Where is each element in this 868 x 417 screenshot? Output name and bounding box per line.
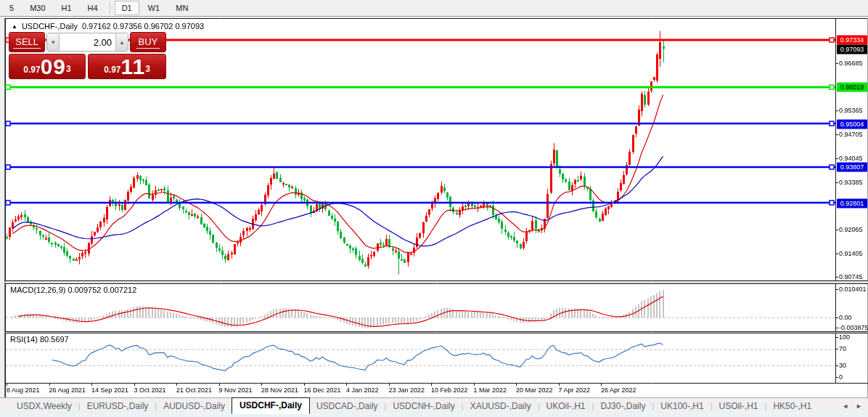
- chart-tab-uk100-[interactable]: UK100-,H1: [654, 399, 710, 413]
- volume-increase-button[interactable]: ▲: [115, 33, 128, 51]
- volume-stepper: ▼ ▲: [46, 33, 128, 52]
- arrow-up-icon: ▲: [119, 39, 125, 46]
- timeframe-button-h4[interactable]: H4: [81, 1, 105, 15]
- arrow-down-icon: ▼: [50, 39, 56, 46]
- ask-price-box[interactable]: 0.97113: [88, 54, 166, 79]
- axis-tick-label: 0.94045: [839, 155, 863, 162]
- axis-tick-label: 0.010401: [839, 286, 867, 293]
- date-label: 4 Jan 2022: [346, 386, 379, 394]
- date-label: 7 Apr 2022: [559, 386, 591, 394]
- axis-tick-label: 0.93385: [839, 179, 863, 186]
- date-label: 3 Oct 2021: [134, 386, 166, 394]
- date-label: 16 Dec 2021: [304, 386, 341, 394]
- axis-tick-label: 0.92065: [839, 226, 863, 233]
- trade-price-row: 0.97093 0.97113: [9, 52, 166, 79]
- date-label: 26 Apr 2022: [601, 386, 636, 394]
- bottom-strip: [0, 414, 868, 417]
- timeframe-toolbar: 5M30H1H4D1W1MN: [0, 0, 868, 17]
- axis-tick-label: 30: [839, 362, 846, 369]
- axis-tick-label: -0.003875: [839, 324, 868, 331]
- timeframe-button-w1[interactable]: W1: [141, 1, 168, 15]
- axis-tick-label: 0.90745: [839, 273, 863, 280]
- date-label: 8 Aug 2021: [7, 386, 40, 394]
- ask-price-sup: 3: [145, 54, 150, 84]
- axis-tick-label: 0.91405: [839, 250, 863, 257]
- bid-price-box[interactable]: 0.97093: [9, 54, 86, 79]
- price-badge: 0.97334: [837, 36, 867, 45]
- chart-tab-ukoil-[interactable]: UKOil-,H1: [540, 399, 592, 413]
- price-badge: 0.92801: [837, 199, 867, 208]
- trade-top-row: SELL ▼ ▲ BUY: [9, 32, 166, 52]
- date-label: 26 Aug 2021: [49, 386, 86, 394]
- chart-tab-audusd-[interactable]: AUDUSD-,Daily: [157, 399, 232, 413]
- buy-button[interactable]: BUY: [130, 32, 166, 52]
- tabs-scroll-left-button[interactable]: ◄: [842, 402, 848, 410]
- toolbar-separator: [110, 2, 110, 14]
- tab-scroll-buttons: ◄►: [842, 402, 868, 410]
- sell-button-label: SELL: [13, 36, 41, 49]
- timeframe-button-5[interactable]: 5: [2, 1, 21, 15]
- axis-tick-label: 0.00: [839, 314, 852, 321]
- date-label: 1 Mar 2022: [474, 386, 507, 394]
- ask-price-prefix: 0.97: [104, 62, 120, 78]
- axis-tick-label: 0: [839, 373, 843, 381]
- axis-tick-label: 100: [839, 333, 850, 341]
- one-click-trade-panel: SELL ▼ ▲ BUY 0.97093 0.97113: [9, 32, 166, 79]
- timeframe-button-mn[interactable]: MN: [168, 1, 195, 15]
- mt4-window: 5M30H1H4D1W1MN ▲ USDCHF-,Daily 0.97162 0…: [0, 0, 868, 417]
- axis-tick-label: 0.96685: [839, 60, 863, 67]
- date-label: 20 Mar 2022: [516, 386, 553, 394]
- volume-decrease-button[interactable]: ▼: [47, 33, 60, 51]
- chart-tab-usdx[interactable]: USDX,Weekly: [10, 399, 78, 413]
- chart-header: ▲ USDCHF-,Daily 0.97162 0.97356 0.96702 …: [12, 22, 204, 31]
- price-badge: 0.96019: [837, 83, 867, 92]
- chart-tab-dj30-[interactable]: DJ30-,Daily: [594, 399, 652, 413]
- chart-tab-usdcnh-[interactable]: USDCNH-,Daily: [386, 399, 461, 413]
- chart-tab-usoil-[interactable]: USOil-,H1: [713, 399, 765, 413]
- chart-tab-hk50-[interactable]: HK50-,H1: [766, 399, 818, 413]
- tabs-scroll-right-button[interactable]: ►: [856, 402, 862, 410]
- chart-tab-usdcad-[interactable]: USDCAD-,Daily: [310, 399, 385, 413]
- axis-tick-label: 0.95365: [839, 107, 863, 114]
- chart-tab-usdchf-[interactable]: USDCHF-,Daily: [232, 397, 310, 414]
- sell-button[interactable]: SELL: [9, 32, 45, 52]
- axis-tick-label: 70: [839, 345, 846, 352]
- volume-input[interactable]: [60, 33, 115, 51]
- bid-price-big: 09: [41, 56, 66, 78]
- timeframe-button-h1[interactable]: H1: [54, 1, 79, 15]
- price-badge: 0.93807: [837, 163, 867, 172]
- date-label: 23 Jan 2022: [389, 386, 425, 394]
- chart-tab-eurusd-[interactable]: EURUSD-,Daily: [81, 399, 155, 413]
- date-label: 10 Feb 2022: [431, 386, 468, 394]
- collapse-arrow-icon[interactable]: ▲: [12, 23, 17, 30]
- chart-tab-bar: USDX,Weekly|EURUSD-,Daily|AUDUSD-,DailyU…: [0, 397, 868, 414]
- date-label: 9 Nov 2021: [219, 386, 253, 394]
- bid-price-sup: 3: [66, 54, 71, 84]
- date-label: 21 Oct 2021: [176, 386, 212, 394]
- bid-price-prefix: 0.97: [23, 62, 40, 78]
- date-label: 28 Nov 2021: [261, 386, 298, 394]
- chart-ohlc-values: 0.97162 0.97356 0.96702 0.97093: [82, 22, 204, 31]
- axis-tick-label: 0.94705: [839, 131, 863, 138]
- price-badge: 0.95004: [837, 120, 867, 129]
- timeframe-button-d1[interactable]: D1: [115, 1, 139, 15]
- timeframe-button-m30[interactable]: M30: [22, 1, 52, 15]
- ask-price-big: 11: [120, 56, 145, 78]
- rsi-label: RSI(14) 80.5697: [10, 335, 69, 344]
- price-badge: 0.97093: [837, 45, 867, 54]
- date-label: 14 Sep 2021: [91, 386, 128, 394]
- buy-button-label: BUY: [136, 36, 160, 49]
- chart-symbol-label: USDCHF-,Daily: [22, 22, 78, 31]
- chart-tab-xauusd-[interactable]: XAUUSD-,Daily: [464, 399, 538, 413]
- macd-label: MACD(12,26,9) 0.009752 0.007212: [10, 286, 136, 294]
